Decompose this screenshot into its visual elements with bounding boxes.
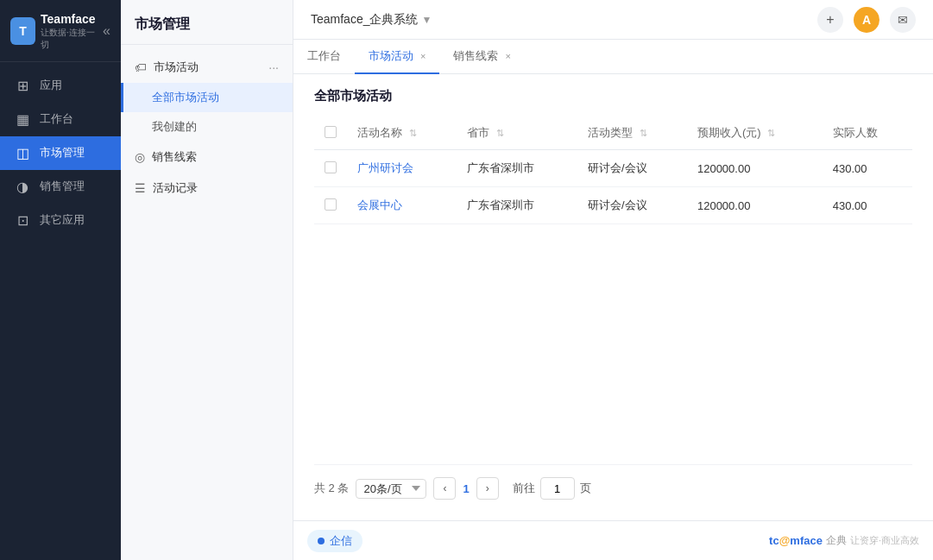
plus-icon: + — [826, 12, 834, 28]
other-icon: ⊡ — [14, 212, 31, 229]
table-wrapper: 活动名称 ⇅ 省市 ⇅ 活动类型 ⇅ 预期收入(元) — [314, 116, 912, 464]
menu-item-market-activity[interactable]: 🏷 市场活动 ··· — [121, 52, 293, 83]
qixin-label: 企信 — [330, 533, 352, 549]
brand-name: Teamface — [41, 12, 98, 27]
menu-item-activity-log-label: 活动记录 — [153, 180, 198, 196]
table-row[interactable]: 广州研讨会 广东省深圳市 研讨会/会议 120000.00 430.00 — [314, 150, 912, 187]
col-income-label: 预期收入(元) — [697, 126, 761, 139]
sort-type-icon[interactable]: ⇅ — [640, 128, 647, 138]
sort-province-icon[interactable]: ⇅ — [496, 128, 504, 138]
submenu-item-all-activities[interactable]: 全部市场活动 — [121, 83, 293, 112]
menu-item-activity-log[interactable]: ☰ 活动记录 — [121, 173, 293, 204]
sidebar-item-workspace[interactable]: ▦ 工作台 — [0, 103, 121, 136]
system-title: Teamface_企典系统 — [311, 12, 418, 28]
main-area: Teamface_企典系统 ▼ + A ✉ 工作台 市场活动 × 销售线索 × — [293, 0, 933, 560]
mail-icon: ✉ — [898, 13, 908, 27]
sidebar-item-workspace-label: 工作台 — [40, 111, 73, 127]
cell-count-0: 430.00 — [823, 150, 912, 187]
cell-province-0: 广东省深圳市 — [457, 150, 577, 187]
avatar-text: A — [862, 13, 871, 27]
tab-market-activity-close[interactable]: × — [420, 51, 426, 61]
collapse-button[interactable]: « — [103, 23, 110, 39]
menu-item-sales-leads-label: 销售线索 — [152, 149, 197, 165]
col-header-income: 预期收入(元) ⇅ — [687, 116, 823, 150]
goto-label: 前往 — [513, 481, 535, 496]
topbar: Teamface_企典系统 ▼ + A ✉ — [293, 0, 933, 40]
sort-name-icon[interactable]: ⇅ — [409, 128, 417, 138]
page-size-select[interactable]: 20条/页 10条/页 50条/页 100条/页 — [356, 479, 426, 499]
market-icon: ◫ — [14, 145, 31, 161]
total-count: 共 2 条 — [314, 481, 349, 496]
menu-panel-title: 市场管理 — [121, 0, 293, 45]
sidebar-item-market[interactable]: ◫ 市场管理 — [0, 136, 121, 170]
qixin-button[interactable]: 企信 — [307, 530, 362, 552]
activities-table: 活动名称 ⇅ 省市 ⇅ 活动类型 ⇅ 预期收入(元) — [314, 116, 912, 224]
tab-sales-leads-label: 销售线索 — [453, 48, 498, 64]
workspace-icon: ▦ — [14, 111, 31, 128]
topbar-actions: + A ✉ — [817, 7, 916, 33]
brand-logo: T — [10, 17, 35, 45]
sidebar-item-other-label: 其它应用 — [40, 212, 85, 228]
menu-item-sales-leads[interactable]: ◎ 销售线索 — [121, 142, 293, 173]
cell-name-1: 会展中心 — [347, 187, 457, 224]
row-checkbox-1[interactable] — [325, 198, 337, 211]
add-button[interactable]: + — [817, 7, 843, 33]
next-page-button[interactable]: › — [476, 477, 499, 500]
cell-name-0: 广州研讨会 — [347, 150, 457, 187]
tab-workspace[interactable]: 工作台 — [293, 40, 355, 74]
brand-text-block: Teamface 让数据·连接一切 — [41, 12, 98, 51]
sidebar-item-sales[interactable]: ◑ 销售管理 — [0, 170, 121, 204]
market-activity-icon: 🏷 — [135, 60, 147, 74]
sidebar: T Teamface 让数据·连接一切 « ⊞ 应用 ▦ 工作台 ◫ 市场管理 … — [0, 0, 121, 560]
submenu-item-my-created[interactable]: 我创建的 — [121, 112, 293, 142]
avatar[interactable]: A — [854, 7, 879, 33]
table-row[interactable]: 会展中心 广东省深圳市 研讨会/会议 120000.00 430.00 — [314, 187, 912, 224]
footer-brand-suffix: 企典 — [826, 533, 847, 548]
footer-brand-name: tc@mface — [769, 534, 823, 547]
cell-income-0: 120000.00 — [687, 150, 823, 187]
tab-market-activity[interactable]: 市场活动 × — [355, 40, 439, 74]
dropdown-chevron-icon[interactable]: ▼ — [421, 14, 432, 26]
sidebar-nav: ⊞ 应用 ▦ 工作台 ◫ 市场管理 ◑ 销售管理 ⊡ 其它应用 — [0, 62, 121, 560]
row-checkbox-cell — [314, 187, 347, 224]
menu-section: 🏷 市场活动 ··· 全部市场活动 我创建的 ◎ 销售线索 ☰ 活动记录 — [121, 45, 293, 211]
sort-income-icon[interactable]: ⇅ — [767, 128, 775, 138]
current-page: 1 — [463, 482, 469, 495]
sidebar-item-apps-label: 应用 — [40, 78, 62, 93]
cell-type-0: 研讨会/会议 — [577, 150, 687, 187]
row-checkbox-0[interactable] — [325, 161, 337, 173]
mail-button[interactable]: ✉ — [890, 7, 916, 33]
row-checkbox-cell — [314, 150, 347, 187]
cell-income-1: 120000.00 — [687, 187, 823, 224]
menu-item-market-activity-label: 市场活动 — [154, 60, 199, 75]
menu-panel: 市场管理 🏷 市场活动 ··· 全部市场活动 我创建的 ◎ 销售线索 ☰ 活动记… — [121, 0, 293, 560]
bottom-bar: 企信 tc@mface 企典 让资穿·商业高效 — [293, 520, 933, 560]
more-options-icon[interactable]: ··· — [268, 60, 279, 74]
tabs-bar: 工作台 市场活动 × 销售线索 × — [293, 40, 933, 74]
apps-icon: ⊞ — [14, 78, 31, 94]
tab-sales-leads[interactable]: 销售线索 × — [439, 40, 524, 74]
sales-leads-icon: ◎ — [135, 150, 145, 164]
brand-footer: tc@mface 企典 让资穿·商业高效 — [769, 533, 919, 548]
prev-page-button[interactable]: ‹ — [433, 477, 456, 500]
sidebar-item-other[interactable]: ⊡ 其它应用 — [0, 204, 121, 237]
sidebar-item-market-label: 市场管理 — [40, 145, 85, 160]
sidebar-item-apps[interactable]: ⊞ 应用 — [0, 69, 121, 103]
sales-icon: ◑ — [14, 179, 31, 195]
col-count-label: 实际人数 — [833, 126, 878, 139]
col-header-name: 活动名称 ⇅ — [347, 116, 457, 150]
topbar-title: Teamface_企典系统 ▼ — [311, 12, 432, 28]
col-header-province: 省市 ⇅ — [457, 116, 577, 150]
cell-type-1: 研讨会/会议 — [577, 187, 687, 224]
tab-sales-leads-close[interactable]: × — [505, 51, 510, 61]
submenu-my-created-label: 我创建的 — [152, 119, 197, 135]
sidebar-item-sales-label: 销售管理 — [40, 179, 85, 194]
brand-tagline: 让数据·连接一切 — [41, 27, 98, 51]
submenu-all-activities-label: 全部市场活动 — [152, 90, 219, 105]
tab-market-activity-label: 市场活动 — [369, 48, 413, 64]
brand: T Teamface 让数据·连接一切 « — [10, 12, 110, 51]
qixin-dot — [318, 538, 325, 544]
select-all-checkbox[interactable] — [325, 126, 337, 138]
goto-input[interactable] — [540, 477, 575, 500]
col-type-label: 活动类型 — [588, 126, 633, 139]
